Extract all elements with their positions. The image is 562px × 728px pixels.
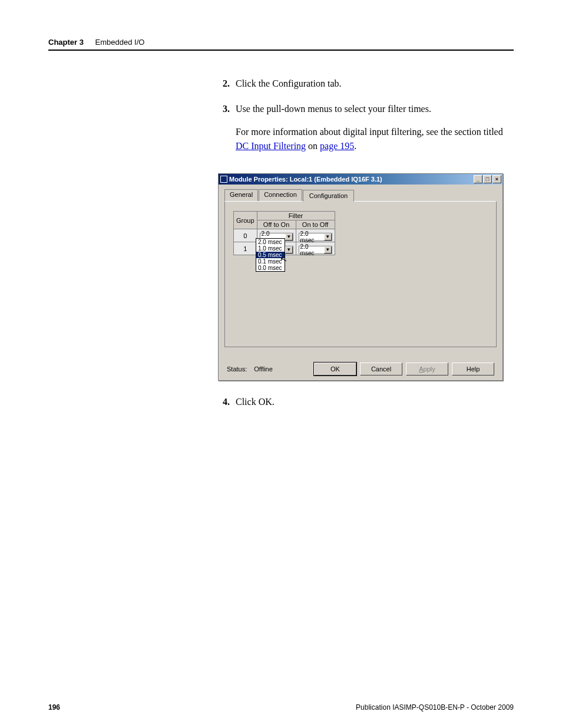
link-dc-input-filtering[interactable]: DC Input Filtering: [236, 141, 306, 151]
step-4: 4. Click OK.: [218, 395, 514, 409]
module-properties-window: Module Properties: Local:1 (Embedded IQ1…: [218, 173, 503, 381]
page-number: 196: [48, 703, 60, 711]
step-4-container: 4. Click OK.: [218, 395, 514, 420]
dropdown-onoff-0[interactable]: 2.0 msec ▼: [299, 233, 332, 241]
body-content: 2. Click the Configuration tab. 3. Use t…: [218, 77, 514, 174]
help-button[interactable]: Help: [452, 363, 494, 375]
step-2-number: 2.: [218, 77, 230, 90]
ok-button[interactable]: OK: [314, 363, 356, 375]
col-header-group: Group: [234, 212, 257, 229]
header-rule: [48, 50, 514, 51]
step-3-number: 3.: [218, 102, 230, 162]
tab-row: General Connection Configuration: [224, 189, 503, 201]
col-header-filter: Filter: [257, 212, 335, 220]
close-button[interactable]: ×: [492, 175, 501, 183]
cell-group-0: 0: [234, 229, 257, 242]
step-3-more-mid: on: [306, 141, 320, 151]
step-3-more: For more information about digital input…: [236, 125, 514, 152]
cell-onoff-1: 2.0 msec ▼: [296, 242, 335, 255]
dropdown-onoff-0-value: 2.0 msec: [300, 230, 324, 243]
link-page-195[interactable]: page 195: [320, 141, 354, 151]
chevron-down-icon[interactable]: ▼: [285, 246, 293, 253]
step-3-body: Use the pull-down menus to select your f…: [236, 102, 514, 162]
window-controls: _ □ ×: [474, 175, 501, 183]
chapter-title: Embedded I/O: [95, 38, 145, 47]
status-label: Status:: [227, 365, 247, 373]
page-footer: 196 Publication IASIMP-QS010B-EN-P - Oct…: [48, 703, 514, 711]
chevron-down-icon[interactable]: ▼: [324, 246, 332, 253]
maximize-button[interactable]: □: [483, 175, 492, 183]
cell-group-1: 1: [234, 242, 257, 255]
tab-panel-configuration: Group Filter Off to On On to Off 0 2.0 m…: [224, 201, 497, 347]
step-3-text: Use the pull-down menus to select your f…: [236, 102, 514, 116]
cancel-button[interactable]: Cancel: [360, 363, 402, 375]
window-title: Module Properties: Local:1 (Embedded IQ1…: [229, 176, 474, 183]
cell-onoff-0: 2.0 msec ▼: [296, 229, 335, 242]
step-3: 3. Use the pull-down menus to select you…: [218, 102, 514, 162]
dropdown-onoff-1[interactable]: 2.0 msec ▼: [299, 246, 332, 254]
dropdown-option[interactable]: 2.0 msec: [256, 239, 285, 245]
app-icon: [220, 176, 227, 183]
tab-connection[interactable]: Connection: [259, 189, 302, 201]
dropdown-onoff-1-value: 2.0 msec: [300, 243, 324, 256]
titlebar[interactable]: Module Properties: Local:1 (Embedded IQ1…: [219, 174, 503, 185]
col-header-off-to-on: Off to On: [257, 220, 296, 229]
step-3-more-prefix: For more information about digital input…: [236, 127, 503, 137]
status-value: Offline: [254, 365, 273, 373]
dropdown-option[interactable]: 1.0 msec: [256, 245, 285, 252]
col-header-on-to-off: On to Off: [296, 220, 335, 229]
step-2-text: Click the Configuration tab.: [236, 77, 514, 90]
step-2: 2. Click the Configuration tab.: [218, 77, 514, 90]
publication-info: Publication IASIMP-QS010B-EN-P - October…: [356, 703, 514, 711]
tab-configuration[interactable]: Configuration: [303, 190, 354, 202]
chevron-down-icon[interactable]: ▼: [285, 233, 293, 241]
page-header: Chapter 3 Embedded I/O: [48, 38, 514, 47]
step-3-more-suffix: .: [354, 141, 356, 151]
dropdown-option[interactable]: 0.0 msec: [256, 265, 285, 271]
apply-button[interactable]: Apply: [406, 363, 448, 375]
step-4-number: 4.: [218, 395, 230, 409]
status-row: Status: Offline OK Cancel Apply Help: [227, 363, 494, 375]
chapter-number: Chapter 3: [48, 38, 84, 47]
tab-general[interactable]: General: [224, 189, 258, 201]
step-4-text: Click OK.: [236, 395, 514, 409]
minimize-button[interactable]: _: [474, 175, 482, 183]
chevron-down-icon[interactable]: ▼: [324, 233, 332, 241]
